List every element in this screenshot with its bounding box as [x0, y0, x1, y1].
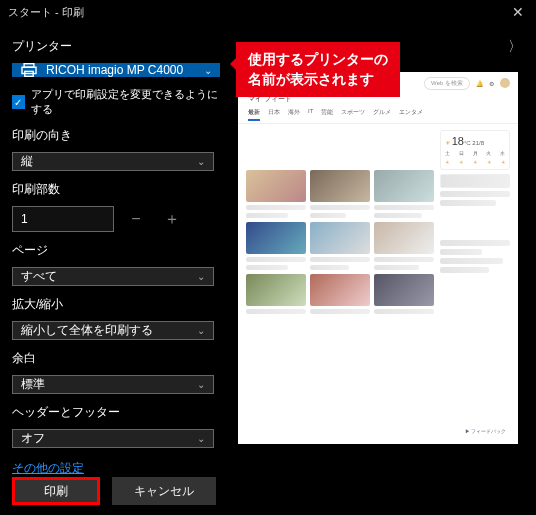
print-button[interactable]: 印刷: [12, 477, 100, 505]
preview-search: Web を検索: [424, 77, 470, 90]
preview-side-text: [440, 191, 510, 197]
preview-tabs: 最新 日本 海外 IT 芸能 スポーツ グルメ エンタメ: [238, 106, 518, 124]
scale-select[interactable]: 縮小して全体を印刷する ⌄: [12, 321, 214, 340]
weather-widget: ☀ 18°C 21/8 土 日 月 火 水 ☀ ☀ ☀ ☀ ☀: [440, 130, 510, 170]
preview-feedback-text: フィードバック: [471, 428, 506, 434]
preview-card: [246, 222, 306, 270]
settings-panel: プリンター RICOH imagio MP C4000 ⌄ ✓ アプリで印刷設定…: [0, 24, 232, 464]
preview-tab: 日本: [268, 108, 280, 121]
preview-side-text: [440, 200, 496, 206]
title-bar: スタート - 印刷 ✕: [0, 0, 536, 24]
margin-label: 余白: [12, 350, 220, 367]
gear-icon: ⚙: [489, 80, 494, 87]
wd: 日: [459, 150, 464, 156]
printer-name: RICOH imagio MP C4000: [46, 63, 196, 77]
wd: 土: [445, 150, 450, 156]
pages-value: すべて: [21, 268, 57, 285]
print-preview: Web を検索 🔔 ⚙ マイ フィード 最新 日本 海外 IT 芸能 スポーツ …: [238, 72, 518, 444]
sun-icon: ☀: [501, 159, 505, 165]
preview-tab: グルメ: [373, 108, 391, 121]
window-title: スタート - 印刷: [8, 5, 84, 20]
sun-icon: ☀: [445, 140, 450, 146]
printer-label: プリンター: [12, 38, 220, 55]
weather-unit: °C: [464, 140, 471, 146]
preview-card: [374, 222, 434, 270]
chevron-down-icon: ⌄: [197, 379, 205, 390]
preview-tab: 海外: [288, 108, 300, 121]
close-icon[interactable]: ✕: [508, 4, 528, 20]
pages-select[interactable]: すべて ⌄: [12, 267, 214, 286]
preview-tab: スポーツ: [341, 108, 365, 121]
chevron-down-icon: ⌄: [197, 271, 205, 282]
preview-ad: [440, 174, 510, 188]
sun-icon: ☀: [473, 159, 477, 165]
copies-label: 印刷部数: [12, 181, 220, 198]
wd: 水: [500, 150, 505, 156]
preview-card: [310, 170, 370, 218]
chevron-down-icon: ⌄: [204, 65, 212, 76]
preview-card: [374, 274, 434, 314]
copies-input[interactable]: [12, 206, 114, 232]
weather-days: 土 日 月 火 水: [445, 150, 505, 156]
preview-side-text: [440, 249, 482, 255]
preview-tab: 最新: [248, 108, 260, 121]
preview-card: [374, 170, 434, 218]
margin-select[interactable]: 標準 ⌄: [12, 375, 214, 394]
app-override-label: アプリで印刷設定を変更できるようにする: [31, 87, 220, 117]
checkbox-checked-icon: ✓: [12, 95, 25, 109]
header-footer-value: オフ: [21, 430, 45, 447]
preview-tab: 芸能: [321, 108, 333, 121]
margin-value: 標準: [21, 376, 45, 393]
cancel-button[interactable]: キャンセル: [112, 477, 216, 505]
preview-card-grid: [246, 170, 434, 314]
scale-value: 縮小して全体を印刷する: [21, 322, 153, 339]
orientation-label: 印刷の向き: [12, 127, 220, 144]
dialog-footer: 印刷 キャンセル: [0, 467, 536, 515]
callout-line1: 使用するプリンターの: [248, 50, 388, 70]
avatar: [500, 78, 510, 88]
weather-icons: ☀ ☀ ☀ ☀ ☀: [445, 159, 505, 165]
preview-side-text: [440, 240, 510, 246]
scale-label: 拡大/縮小: [12, 296, 220, 313]
orientation-select[interactable]: 縦 ⌄: [12, 152, 214, 171]
wd: 火: [486, 150, 491, 156]
chevron-down-icon: ⌄: [197, 156, 205, 167]
preview-tab: IT: [308, 108, 313, 121]
weather-hi: 21: [472, 140, 479, 146]
app-override-checkbox-row[interactable]: ✓ アプリで印刷設定を変更できるようにする: [12, 87, 220, 117]
preview-body: ☀ 18°C 21/8 土 日 月 火 水 ☀ ☀ ☀ ☀ ☀: [238, 124, 518, 320]
chevron-down-icon: ⌄: [197, 325, 205, 336]
preview-side-text: [440, 258, 503, 264]
callout-line2: 名前が表示されます: [248, 70, 388, 90]
chevron-down-icon: ⌄: [197, 433, 205, 444]
weather-lo: 8: [481, 140, 484, 146]
sun-icon: ☀: [487, 159, 491, 165]
preview-main-col: [246, 130, 434, 314]
preview-side-text: [440, 267, 489, 273]
preview-feedback-link: ▶ フィードバック: [465, 428, 506, 434]
preview-card: [246, 170, 306, 218]
sun-icon: ☀: [445, 159, 449, 165]
annotation-callout: 使用するプリンターの 名前が表示されます: [236, 42, 400, 97]
copies-row: − ＋: [12, 206, 220, 232]
copies-plus-button[interactable]: ＋: [158, 206, 186, 232]
printer-icon: [20, 63, 38, 77]
printer-select[interactable]: RICOH imagio MP C4000 ⌄: [12, 63, 220, 77]
preview-card: [310, 222, 370, 270]
preview-card: [246, 274, 306, 314]
preview-next-icon[interactable]: 〉: [508, 38, 522, 56]
weather-temp: 18: [452, 135, 464, 147]
preview-side-col: ☀ 18°C 21/8 土 日 月 火 水 ☀ ☀ ☀ ☀ ☀: [440, 130, 510, 314]
header-footer-label: ヘッダーとフッター: [12, 404, 220, 421]
preview-tab: エンタメ: [399, 108, 423, 121]
orientation-value: 縦: [21, 153, 33, 170]
sun-icon: ☀: [459, 159, 463, 165]
preview-card: [310, 274, 370, 314]
bell-icon: 🔔: [476, 80, 483, 87]
copies-minus-button[interactable]: −: [122, 206, 150, 232]
wd: 月: [473, 150, 478, 156]
header-footer-select[interactable]: オフ ⌄: [12, 429, 214, 448]
pages-label: ページ: [12, 242, 220, 259]
